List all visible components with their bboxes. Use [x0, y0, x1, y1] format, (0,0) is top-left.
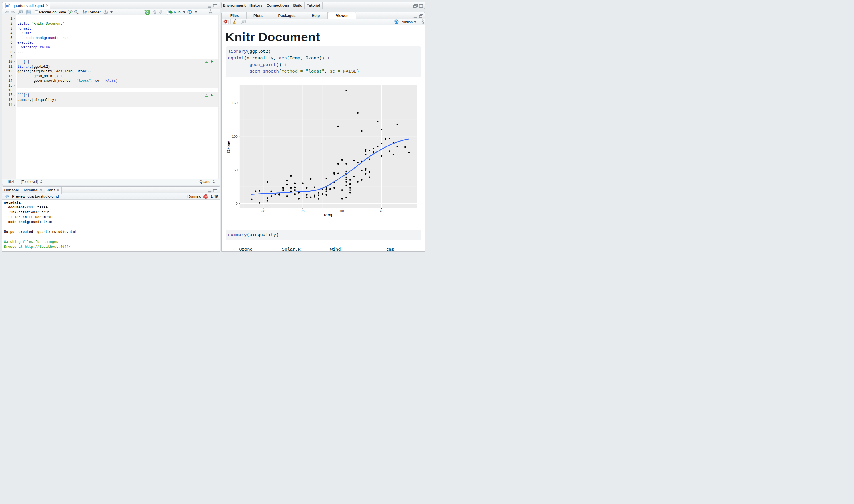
svg-text:60: 60 — [262, 209, 266, 213]
svg-text:90: 90 — [380, 209, 384, 213]
svg-text:Ozone: Ozone — [226, 141, 231, 153]
svg-text:150: 150 — [232, 101, 238, 105]
svg-text:ABC: ABC — [68, 10, 73, 12]
svg-text:C: C — [146, 11, 149, 14]
svg-text:50: 50 — [234, 168, 238, 172]
svg-text:70: 70 — [301, 209, 305, 213]
svg-text:STOP: STOP — [204, 196, 208, 197]
svg-text:0: 0 — [236, 201, 238, 205]
svg-text:100: 100 — [232, 134, 238, 138]
svg-text:80: 80 — [340, 209, 344, 213]
svg-text:Temp: Temp — [324, 213, 334, 217]
